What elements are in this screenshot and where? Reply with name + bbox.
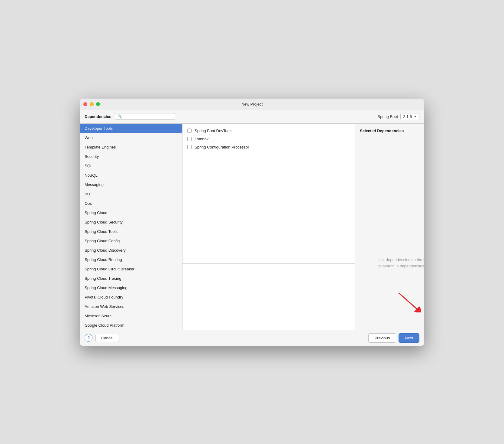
spring-boot-version-select[interactable]: 2.1.6 ▼: [400, 113, 419, 120]
middle-bottom-section: [183, 263, 355, 330]
categories-panel: Developer Tools Web Template Engines Sec…: [80, 124, 183, 330]
red-arrow-indicator: [397, 291, 421, 313]
previous-button[interactable]: Previous: [368, 333, 396, 343]
sidebar-item-nosql[interactable]: NoSQL: [80, 171, 182, 180]
dependencies-label: Dependencies: [85, 114, 111, 119]
sidebar-item-ops[interactable]: Ops: [80, 199, 182, 208]
sidebar-item-web[interactable]: Web: [80, 133, 182, 142]
svg-line-1: [399, 293, 417, 309]
next-button[interactable]: Next: [399, 333, 419, 343]
search-icon: 🔍: [118, 114, 122, 119]
dependencies-panel: Spring Boot DevTools Lombok Spring Confi…: [183, 124, 355, 330]
window-title: New Project: [241, 102, 263, 106]
dep-item-lombok: Lombok: [187, 135, 350, 143]
cancel-button[interactable]: Cancel: [95, 334, 119, 342]
sidebar-item-spring-cloud-routing[interactable]: Spring Cloud Routing: [80, 255, 182, 264]
search-box[interactable]: 🔍: [115, 113, 175, 120]
new-project-window: New Project Dependencies 🔍 Spring Boot 2…: [80, 99, 424, 346]
maximize-button[interactable]: [96, 102, 100, 106]
sidebar-item-io[interactable]: I/O: [80, 189, 182, 199]
placeholder-text: lect dependencies on the l to search in …: [378, 257, 424, 269]
bottom-bar: ? Cancel Previous Next: [80, 330, 424, 346]
sidebar-item-spring-cloud-messaging[interactable]: Spring Cloud Messaging: [80, 283, 182, 292]
spring-boot-version-value: 2.1.6: [403, 114, 412, 119]
sidebar-item-security[interactable]: Security: [80, 152, 182, 161]
main-content: Dependencies 🔍 Spring Boot 2.1.6 ▼ Devel…: [80, 110, 424, 346]
spring-boot-section: Spring Boot 2.1.6 ▼: [377, 113, 419, 120]
dep-label-lombok: Lombok: [195, 137, 208, 141]
sidebar-item-template-engines[interactable]: Template Engines: [80, 142, 182, 152]
sidebar-item-spring-cloud-discovery[interactable]: Spring Cloud Discovery: [80, 246, 182, 255]
sidebar-item-spring-cloud-security[interactable]: Spring Cloud Security: [80, 217, 182, 227]
search-input[interactable]: [124, 114, 173, 119]
chevron-down-icon: ▼: [414, 115, 417, 118]
close-button[interactable]: [83, 102, 87, 106]
body-section: Developer Tools Web Template Engines Sec…: [80, 123, 424, 330]
help-button[interactable]: ?: [85, 334, 92, 342]
sidebar-item-spring-cloud-tools[interactable]: Spring Cloud Tools: [80, 227, 182, 236]
dep-item-spring-config-processor: Spring Configuration Processor: [187, 143, 350, 151]
selected-deps-title: Selected Dependencies: [360, 129, 419, 133]
traffic-lights: [83, 102, 100, 106]
sidebar-item-sql[interactable]: SQL: [80, 161, 182, 171]
sidebar-item-spring-cloud-tracing[interactable]: Spring Cloud Tracing: [80, 274, 182, 283]
sidebar-item-spring-cloud-config[interactable]: Spring Cloud Config: [80, 236, 182, 246]
sidebar-item-google-cloud-platform[interactable]: Google Cloud Platform: [80, 321, 182, 330]
selected-dependencies-panel: Selected Dependencies lect dependencies …: [355, 124, 424, 330]
placeholder-line1: lect dependencies on the l: [378, 257, 424, 263]
minimize-button[interactable]: [90, 102, 94, 106]
sidebar-item-amazon-web-services[interactable]: Amazon Web Services: [80, 302, 182, 311]
top-bar: Dependencies 🔍 Spring Boot 2.1.6 ▼: [80, 110, 424, 123]
spring-boot-label: Spring Boot: [377, 114, 398, 119]
dep-checkbox-lombok[interactable]: [187, 137, 192, 141]
sidebar-item-spring-cloud-circuit-breaker[interactable]: Spring Cloud Circuit Breaker: [80, 264, 182, 274]
sidebar-item-spring-cloud[interactable]: Spring Cloud: [80, 208, 182, 217]
sidebar-item-microsoft-azure[interactable]: Microsoft Azure: [80, 311, 182, 321]
sidebar-item-developer-tools[interactable]: Developer Tools: [80, 124, 182, 133]
dep-label-spring-boot-devtools: Spring Boot DevTools: [195, 129, 232, 133]
dep-checkbox-spring-config-processor[interactable]: [187, 145, 192, 149]
dependencies-list: Spring Boot DevTools Lombok Spring Confi…: [183, 124, 355, 263]
sidebar-item-messaging[interactable]: Messaging: [80, 180, 182, 189]
placeholder-line2: to search in dependencies: [378, 263, 424, 269]
dep-label-spring-config-processor: Spring Configuration Processor: [195, 145, 249, 149]
bottom-right: Previous Next: [368, 333, 419, 343]
dep-checkbox-spring-boot-devtools[interactable]: [187, 129, 192, 133]
help-icon: ?: [87, 335, 90, 340]
bottom-left: ? Cancel: [85, 334, 119, 342]
sidebar-item-pivotal-cloud-foundry[interactable]: Pivotal Cloud Foundry: [80, 292, 182, 302]
dep-item-spring-boot-devtools: Spring Boot DevTools: [187, 127, 350, 135]
title-bar: New Project: [80, 99, 424, 110]
